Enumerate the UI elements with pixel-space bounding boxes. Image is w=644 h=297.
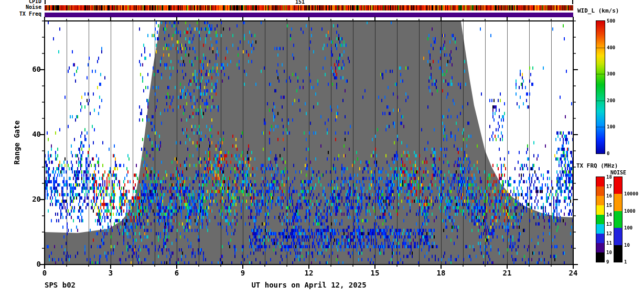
txfrq-colorbar-segment xyxy=(596,205,604,215)
noise-colorbar-segment xyxy=(614,194,622,211)
rti-plot-area xyxy=(45,21,573,265)
txfrq-colorbar-segment xyxy=(596,243,604,252)
txfrq-colorbar-segment xyxy=(596,186,604,196)
txfrq-scale-tick-label: 9 xyxy=(606,260,609,265)
txfrq-colorbar-segment xyxy=(596,177,604,186)
txfrq-colorbar-segment xyxy=(596,215,604,224)
cpid-strip-label: CPID xyxy=(0,0,41,4)
x-tick-label: 0 xyxy=(42,269,47,277)
cpid-end-tick xyxy=(572,0,573,4)
noise-strip xyxy=(45,5,573,10)
noise-scale-tick-label: 100 xyxy=(624,226,632,230)
widl-colorbar-title: WID_L (km/s) xyxy=(577,8,619,14)
noise-strip-label: Noise xyxy=(0,5,41,10)
noise-scale-tick-label: 1 xyxy=(624,260,627,265)
noise-colorbar-segment xyxy=(614,211,622,228)
txfrq-scale-tick-label: 17 xyxy=(606,184,612,189)
txfrq-colorbar-title: TX FRQ (MHz) xyxy=(576,163,618,169)
y-tick-label: 40 xyxy=(20,130,41,138)
txfreq-strip-label: TX Freq xyxy=(0,12,41,17)
txfrq-scale-tick-label: 10 xyxy=(606,250,612,255)
x-tick-label: 24 xyxy=(569,269,578,277)
txfrq-scale-tick-label: 18 xyxy=(606,175,612,180)
txfrq-scale-tick-label: 14 xyxy=(606,213,612,217)
noise-colorbar-segment xyxy=(614,177,622,194)
noise-colorbar-title: NOISE xyxy=(610,170,626,175)
x-tick-label: 9 xyxy=(241,269,245,277)
widl-colorbar xyxy=(596,21,605,153)
noise-colorbar-segment xyxy=(614,228,622,245)
y-tick-label: 0 xyxy=(20,260,41,268)
noise-colorbar-segment xyxy=(614,245,622,262)
cpid-start-tick xyxy=(45,0,46,4)
widl-scale-tick-label: 300 xyxy=(607,72,615,76)
txfrq-colorbar-segment xyxy=(596,234,604,243)
txfreq-strip xyxy=(45,13,573,17)
x-tick-label: 3 xyxy=(109,269,113,277)
x-tick-label: 18 xyxy=(437,269,446,277)
y-axis-title: Range Gate xyxy=(13,111,21,174)
widl-scale-tick-label: 500 xyxy=(607,19,615,24)
widl-scale-tick-label: 400 xyxy=(607,46,615,50)
txfrq-colorbar xyxy=(596,177,604,262)
y-tick-label: 60 xyxy=(20,65,41,73)
superdarn-summary-plot: CPID Noise TX Freq 151 Range Gate SPS b0… xyxy=(0,0,644,297)
txfrq-colorbar-segment xyxy=(596,252,604,262)
widl-scale-tick-label: 200 xyxy=(607,98,615,103)
y-tick-label: 20 xyxy=(20,195,41,203)
station-label: SPS b02 xyxy=(45,281,76,289)
txfrq-scale-tick-label: 15 xyxy=(606,203,612,208)
txfrq-colorbar-segment xyxy=(596,196,604,205)
x-tick-label: 12 xyxy=(305,269,314,277)
noise-scale-tick-label: 1000 xyxy=(624,209,636,214)
txfrq-colorbar-segment xyxy=(596,224,604,234)
noise-scale-tick-label: 10 xyxy=(624,243,630,248)
x-tick-label: 21 xyxy=(503,269,512,277)
widl-scale-tick-label: 0 xyxy=(607,151,609,156)
x-tick-label: 6 xyxy=(175,269,179,277)
cpid-value: 151 xyxy=(295,0,305,5)
widl-scale-tick-label: 100 xyxy=(607,125,615,129)
noise-scale-tick-label: 10000 xyxy=(624,192,638,196)
txfrq-scale-tick-label: 13 xyxy=(606,222,612,227)
txfrq-scale-tick-label: 16 xyxy=(606,194,612,199)
noise-colorbar xyxy=(614,177,622,262)
x-axis-title: UT hours on April 12, 2025 xyxy=(251,281,366,289)
txfrq-scale-tick-label: 12 xyxy=(606,232,612,236)
x-tick-label: 15 xyxy=(371,269,380,277)
txfrq-scale-tick-label: 11 xyxy=(606,241,612,246)
